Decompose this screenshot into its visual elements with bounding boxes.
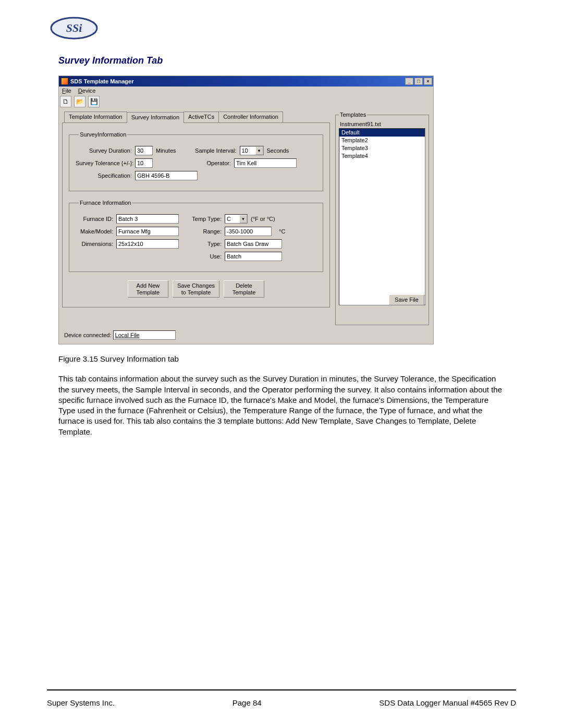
specification-label: Specification: xyxy=(76,172,132,179)
furnace-id-label: Furnace ID: xyxy=(76,216,113,222)
use-label: Use: xyxy=(188,253,222,260)
type-label: Type: xyxy=(188,241,222,247)
add-new-template-button[interactable]: Add New Template xyxy=(128,280,168,298)
furnace-info-legend: Furnace Information xyxy=(79,200,132,206)
svg-text:SSi: SSi xyxy=(66,21,82,34)
ssi-logo: SSi xyxy=(48,16,516,43)
app-icon xyxy=(61,78,68,85)
survey-duration-input[interactable] xyxy=(135,146,153,155)
footer-rule xyxy=(47,689,516,690)
furnace-id-input[interactable] xyxy=(116,214,179,224)
tab-controller-information[interactable]: Controller Information xyxy=(218,112,283,122)
page-footer: Super Systems Inc. Page 84 SDS Data Logg… xyxy=(47,698,516,707)
range-label: Range: xyxy=(188,228,222,235)
window-title: SDS Template Manager xyxy=(70,78,133,84)
footer-left: Super Systems Inc. xyxy=(47,698,115,707)
sample-interval-select[interactable]: 10 ▼ xyxy=(240,146,264,155)
app-window: SDS Template Manager _ □ × File Device 🗋… xyxy=(58,76,434,344)
device-connected-label: Device connected: xyxy=(64,332,112,338)
specification-input[interactable] xyxy=(135,171,198,180)
footer-right: SDS Data Logger Manual #4565 Rev D xyxy=(379,698,516,707)
dimensions-label: Dimensions: xyxy=(76,241,113,247)
toolbar-save-icon[interactable]: 💾 xyxy=(88,96,100,107)
minimize-button[interactable]: _ xyxy=(405,78,413,85)
survey-info-legend: SurveyInformation xyxy=(79,131,127,138)
toolbar: 🗋 📂 💾 xyxy=(59,95,433,108)
templates-listbox[interactable]: DefaultTemplate2Template3Template4 xyxy=(339,128,425,305)
make-model-label: Make/Model: xyxy=(76,228,113,235)
menu-file[interactable]: File xyxy=(62,88,71,94)
type-input[interactable] xyxy=(225,239,282,249)
minutes-label: Minutes xyxy=(156,147,176,154)
temp-type-label: Temp Type: xyxy=(188,216,222,222)
templates-group: Templates Instrument91.txt DefaultTempla… xyxy=(335,112,429,325)
delete-template-button[interactable]: Delete Template xyxy=(224,280,264,298)
maximize-button[interactable]: □ xyxy=(414,78,423,85)
temp-type-select[interactable]: C ▼ xyxy=(225,214,248,224)
toolbar-new-icon[interactable]: 🗋 xyxy=(60,96,71,107)
templates-filename: Instrument91.txt xyxy=(340,121,425,127)
body-text: This tab contains information about the … xyxy=(58,374,505,437)
chevron-down-icon[interactable]: ▼ xyxy=(239,215,247,223)
tab-template-information[interactable]: Template Information xyxy=(64,112,127,122)
survey-tolerance-label: Survey Tolerance {+/-}: xyxy=(76,160,132,166)
dimensions-input[interactable] xyxy=(116,239,179,249)
survey-duration-label: Survey Duration: xyxy=(76,147,132,154)
templates-legend: Templates xyxy=(339,112,367,118)
tab-active-tcs[interactable]: ActiveTCs xyxy=(183,112,219,122)
menu-device[interactable]: Device xyxy=(78,88,96,94)
close-button[interactable]: × xyxy=(424,78,432,85)
list-item[interactable]: Default xyxy=(339,129,425,137)
figure-caption: Figure 3.15 Survey Information tab xyxy=(58,354,505,364)
list-item[interactable]: Template4 xyxy=(339,152,425,160)
range-input[interactable] xyxy=(225,227,272,236)
device-connected-value[interactable] xyxy=(113,330,176,340)
use-input[interactable] xyxy=(225,252,282,261)
footer-center: Page 84 xyxy=(232,698,262,707)
furnace-information-group: Furnace Information Furnace ID: Make/Mod… xyxy=(69,200,323,272)
range-unit: °C xyxy=(279,228,285,235)
menubar: File Device xyxy=(59,87,433,95)
section-heading: Survey Information Tab xyxy=(58,55,516,66)
tab-strip: Template Information Survey Information … xyxy=(62,112,330,122)
seconds-label: Seconds xyxy=(267,147,289,154)
survey-information-group: SurveyInformation Survey Duration: Minut… xyxy=(69,131,323,191)
operator-input[interactable] xyxy=(234,158,297,168)
list-item[interactable]: Template2 xyxy=(339,137,425,144)
make-model-input[interactable] xyxy=(116,227,179,236)
save-file-button[interactable]: Save File xyxy=(389,294,424,305)
list-item[interactable]: Template3 xyxy=(339,144,425,152)
tab-panel: SurveyInformation Survey Duration: Minut… xyxy=(62,122,330,307)
titlebar: SDS Template Manager _ □ × xyxy=(59,76,433,87)
toolbar-open-icon[interactable]: 📂 xyxy=(74,96,85,107)
survey-tolerance-input[interactable] xyxy=(135,158,153,168)
save-changes-button[interactable]: Save Changes to Template xyxy=(173,280,219,298)
sample-interval-label: Sample Interval: xyxy=(189,147,237,154)
temp-type-hint: (°F or °C) xyxy=(251,216,275,222)
operator-label: Operator: xyxy=(156,160,231,166)
chevron-down-icon[interactable]: ▼ xyxy=(255,146,263,155)
tab-survey-information[interactable]: Survey Information xyxy=(127,112,184,123)
